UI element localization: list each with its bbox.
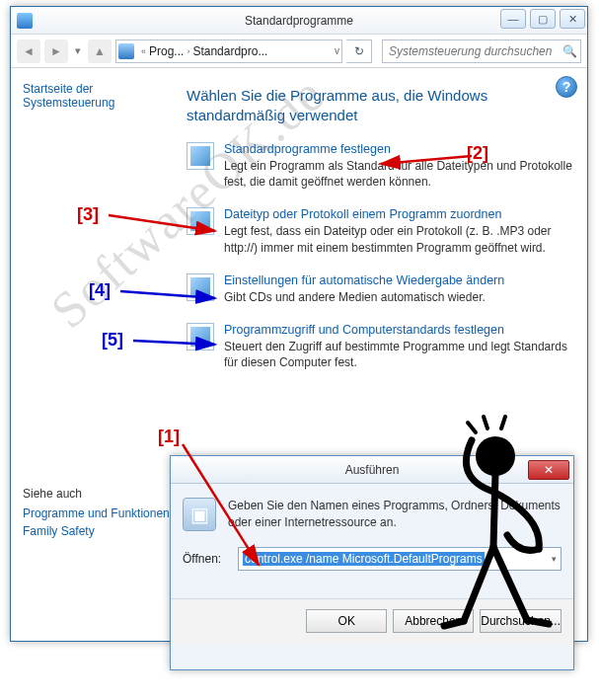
- sidebar: Startseite der Systemsteuerung Siehe auc…: [11, 68, 179, 641]
- search-box[interactable]: 🔍: [382, 39, 581, 63]
- forward-button[interactable]: ►: [44, 39, 68, 63]
- up-button[interactable]: ▲: [88, 39, 112, 63]
- see-also-heading: Siehe auch: [23, 487, 170, 501]
- option-associate-filetype: Dateityp oder Protokoll einem Programm z…: [187, 207, 573, 255]
- navigation-bar: ◄ ► ▾ ▲ « Prog... › Standardpro... v ↻ 🔍: [11, 35, 587, 68]
- run-dialog-title: Ausführen: [345, 463, 400, 477]
- open-label: Öffnen:: [183, 552, 230, 566]
- see-also-family-safety-link[interactable]: Family Safety: [23, 524, 170, 538]
- option-link-program-access[interactable]: Programmzugriff und Computerstandards fe…: [224, 323, 573, 337]
- option-desc: Gibt CDs und andere Medien automatisch w…: [224, 289, 573, 305]
- option-icon: [187, 273, 214, 301]
- maximize-button[interactable]: ▢: [530, 9, 556, 29]
- history-dropdown[interactable]: ▾: [72, 44, 84, 57]
- run-icon: ▣: [183, 498, 216, 531]
- option-autoplay: Einstellungen für automatische Wiedergab…: [187, 273, 573, 305]
- open-value[interactable]: control.exe /name Microsoft.DefaultProgr…: [243, 552, 485, 566]
- see-also-programs-link[interactable]: Programme und Funktionen: [23, 506, 170, 520]
- breadcrumb-icon: [118, 43, 134, 59]
- option-link-set-default[interactable]: Standardprogramme festlegen: [224, 142, 573, 156]
- option-desc: Steuert den Zugriff auf bestimmte Progra…: [224, 339, 573, 370]
- chevron-down-icon[interactable]: ▾: [552, 554, 557, 564]
- breadcrumb[interactable]: « Prog... › Standardpro... v: [115, 39, 342, 63]
- breadcrumb-seg1[interactable]: Prog...: [149, 44, 184, 58]
- option-icon: [187, 142, 214, 170]
- run-dialog-close-button[interactable]: ✕: [528, 460, 569, 480]
- option-link-autoplay[interactable]: Einstellungen für automatische Wiedergab…: [224, 273, 573, 287]
- browse-button[interactable]: Durchsuchen...: [480, 609, 562, 633]
- run-description: Geben Sie den Namen eines Programms, Ord…: [228, 498, 562, 531]
- breadcrumb-seg2[interactable]: Standardpro...: [192, 44, 267, 58]
- ok-button[interactable]: OK: [306, 609, 387, 633]
- minimize-button[interactable]: —: [500, 9, 526, 29]
- page-heading: Wählen Sie die Programme aus, die Window…: [187, 86, 573, 124]
- run-dialog-titlebar: Ausführen ✕: [171, 456, 573, 484]
- search-input[interactable]: [387, 43, 559, 59]
- control-panel-home-link[interactable]: Startseite der Systemsteuerung: [23, 82, 167, 110]
- option-program-access: Programmzugriff und Computerstandards fe…: [187, 323, 573, 370]
- option-desc: Legt ein Programm als Standard für alle …: [224, 158, 573, 190]
- option-desc: Legt fest, dass ein Dateityp oder ein Pr…: [224, 223, 573, 255]
- titlebar: Standardprogramme — ▢ ✕: [11, 7, 587, 35]
- help-icon[interactable]: ?: [556, 76, 577, 98]
- option-icon: [187, 323, 214, 350]
- refresh-button[interactable]: ↻: [346, 39, 372, 63]
- option-link-associate[interactable]: Dateityp oder Protokoll einem Programm z…: [224, 207, 573, 221]
- app-icon: [17, 13, 33, 29]
- option-set-default-programs: Standardprogramme festlegen Legt ein Pro…: [187, 142, 573, 190]
- search-icon: 🔍: [562, 44, 576, 58]
- cancel-button[interactable]: Abbrechen: [393, 609, 474, 633]
- option-icon: [187, 207, 214, 235]
- run-dialog: Ausführen ✕ ▣ Geben Sie den Namen eines …: [170, 455, 574, 670]
- back-button[interactable]: ◄: [17, 39, 40, 63]
- close-button[interactable]: ✕: [560, 9, 585, 29]
- open-combobox[interactable]: control.exe /name Microsoft.DefaultProgr…: [238, 547, 562, 571]
